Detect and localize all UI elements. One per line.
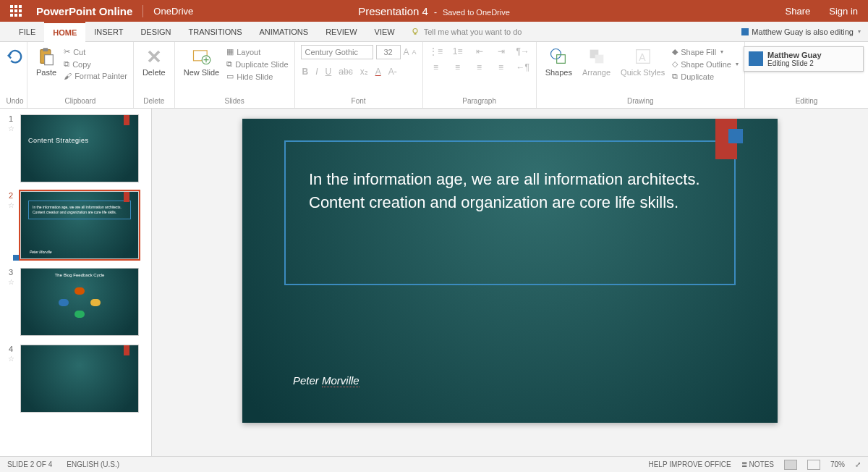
rtl-button[interactable]: ←¶: [516, 62, 529, 72]
cut-button[interactable]: ✂Cut: [64, 46, 127, 57]
help-improve-link[interactable]: HELP IMPROVE OFFICE: [648, 460, 731, 468]
fit-to-window-button[interactable]: ⤢: [855, 460, 861, 468]
normal-view-button[interactable]: [784, 460, 797, 470]
svg-rect-4: [45, 55, 54, 65]
indent-dec-button[interactable]: ⇤: [476, 46, 483, 56]
duplicate-slide-button[interactable]: ⧉Duplicate Slide: [226, 59, 288, 69]
tab-view[interactable]: VIEW: [366, 22, 404, 42]
ltr-button[interactable]: ¶→: [516, 46, 529, 56]
duplicate-shape-button[interactable]: ⧉Duplicate: [672, 71, 739, 82]
thumb-number: 3: [9, 268, 13, 277]
shapes-button[interactable]: Shapes: [542, 45, 575, 78]
coauthor-name: Matthew Guay: [767, 51, 822, 59]
svg-point-7: [551, 49, 561, 59]
quote-text[interactable]: In the information age, we are all infor…: [309, 168, 711, 214]
slide-canvas[interactable]: In the information age, we are all infor…: [242, 119, 778, 423]
grow-font-icon[interactable]: A: [404, 47, 409, 57]
bold-button[interactable]: B: [302, 67, 309, 77]
group-label-clipboard: Clipboard: [65, 96, 96, 108]
delete-button[interactable]: Delete: [140, 45, 169, 78]
quote-text-box[interactable]: In the information age, we are all infor…: [284, 140, 736, 285]
signin-button[interactable]: Sign in: [829, 6, 858, 17]
bullets-button[interactable]: ⋮≡: [429, 46, 443, 56]
animation-star-icon: ☆: [8, 355, 14, 363]
delete-icon: [144, 46, 164, 67]
app-launcher-icon[interactable]: [10, 5, 22, 17]
status-bar: SLIDE 2 OF 4 ENGLISH (U.S.) HELP IMPROVE…: [0, 456, 868, 472]
brush-icon: 🖌: [64, 72, 72, 80]
shape-fill-button[interactable]: ◆Shape Fill▾: [672, 46, 739, 57]
undo-button[interactable]: [2, 45, 28, 68]
app-name: PowerPoint Online: [36, 5, 143, 17]
share-button[interactable]: Share: [786, 6, 811, 17]
tab-animations[interactable]: ANIMATIONS: [251, 22, 318, 42]
thumb-number: 2: [9, 191, 13, 200]
svg-point-0: [413, 28, 417, 33]
tab-transitions[interactable]: TRANSITIONS: [180, 22, 251, 42]
font-name-input[interactable]: [301, 45, 373, 59]
align-center-button[interactable]: ≡: [455, 62, 460, 72]
group-label-slides: Slides: [225, 96, 244, 108]
slideshow-view-button[interactable]: [807, 460, 820, 470]
align-right-button[interactable]: ≡: [477, 62, 482, 72]
zoom-level[interactable]: 70%: [830, 460, 845, 468]
notes-button[interactable]: ≣ NOTES: [741, 460, 774, 468]
tab-review[interactable]: REVIEW: [317, 22, 365, 42]
group-label-paragraph: Paragraph: [462, 96, 496, 108]
tell-me-search[interactable]: Tell me what you want to do: [411, 28, 522, 36]
font-color-button[interactable]: A: [375, 67, 381, 77]
thumb-number: 4: [9, 345, 13, 353]
presence-square-icon: [749, 51, 763, 66]
quick-styles-button[interactable]: AQuick Styles: [618, 45, 668, 78]
group-label-drawing: Drawing: [627, 96, 654, 108]
justify-button[interactable]: ≡: [498, 62, 503, 72]
shrink-font-icon[interactable]: A: [412, 49, 417, 56]
paste-button[interactable]: Paste: [33, 45, 59, 78]
copy-icon: ⧉: [64, 59, 69, 69]
new-slide-button[interactable]: New Slide: [181, 45, 223, 78]
format-painter-button[interactable]: 🖌Format Painter: [64, 71, 127, 81]
duplicate-icon: ⧉: [226, 59, 232, 69]
ribbon: Undo Paste ✂Cut ⧉Copy 🖌Format Painter Cl…: [0, 42, 868, 109]
highlight-button[interactable]: x₂: [360, 67, 368, 77]
workspace: 1☆ Content Strategies 2☆ In the informat…: [0, 109, 868, 456]
hide-slide-button[interactable]: ▭Hide Slide: [226, 71, 288, 82]
new-slide-icon: [191, 46, 211, 67]
strike-button[interactable]: abc: [339, 67, 352, 77]
slide-thumbnail-panel[interactable]: 1☆ Content Strategies 2☆ In the informat…: [0, 109, 152, 456]
layout-button[interactable]: ▦Layout: [226, 46, 288, 57]
indent-inc-button[interactable]: ⇥: [498, 46, 505, 56]
clear-format-button[interactable]: A◦: [388, 67, 397, 77]
slide-thumbnail-1[interactable]: Content Strategies: [20, 114, 139, 182]
coauthor-popup[interactable]: Matthew GuayEditing Slide 2: [744, 46, 864, 72]
align-left-button[interactable]: ≡: [433, 62, 438, 72]
save-status: Saved to OneDrive: [443, 8, 510, 17]
arrange-icon: [587, 46, 607, 67]
language-button[interactable]: ENGLISH (U.S.): [67, 460, 119, 468]
slide-thumbnail-2[interactable]: In the information age, we are all infor…: [20, 191, 139, 259]
file-name[interactable]: Presentation 4: [358, 5, 428, 17]
underline-button[interactable]: U: [326, 67, 332, 77]
font-size-input[interactable]: [376, 45, 401, 59]
tab-file[interactable]: FILE: [10, 22, 44, 42]
slide-thumbnail-4[interactable]: [20, 345, 139, 413]
layout-icon: ▦: [226, 47, 234, 56]
slide-counter[interactable]: SLIDE 2 OF 4: [7, 460, 52, 468]
italic-button[interactable]: I: [315, 67, 318, 77]
tab-design[interactable]: DESIGN: [132, 22, 179, 42]
onedrive-link[interactable]: OneDrive: [143, 6, 193, 17]
attribution-text-box[interactable]: Peter Morville: [293, 374, 359, 387]
svg-rect-10: [595, 55, 603, 64]
slide-canvas-area[interactable]: In the information age, we are all infor…: [152, 109, 868, 456]
paste-icon: [36, 46, 56, 67]
tab-home[interactable]: HOME: [44, 22, 85, 42]
shape-outline-button[interactable]: ◇Shape Outline▾: [672, 59, 739, 69]
outline-icon: ◇: [672, 59, 678, 69]
coauthor-badge[interactable]: Matthew Guay is also editing▾: [741, 28, 868, 36]
quick-styles-icon: A: [633, 46, 653, 67]
slide-thumbnail-3[interactable]: The Blog Feedback Cycle: [20, 268, 139, 336]
numbering-button[interactable]: 1≡: [453, 46, 463, 56]
arrange-button[interactable]: Arrange: [579, 45, 613, 78]
copy-button[interactable]: ⧉Copy: [64, 59, 127, 69]
tab-insert[interactable]: INSERT: [85, 22, 132, 42]
